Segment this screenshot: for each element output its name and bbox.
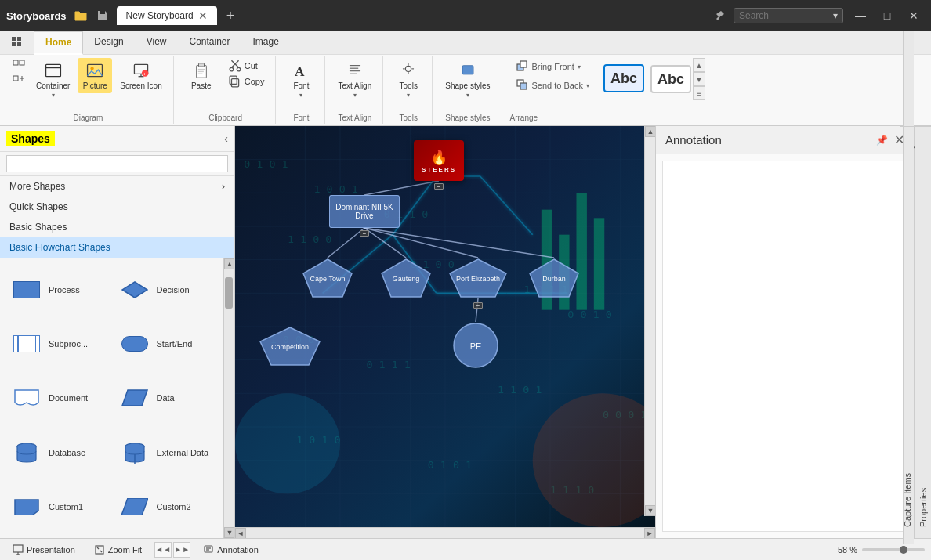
paste-icon bbox=[192, 61, 211, 80]
nav-next-btn[interactable]: ►► bbox=[173, 542, 190, 558]
close-btn[interactable]: ✕ bbox=[903, 7, 925, 24]
tab-home[interactable]: Home bbox=[34, 31, 83, 55]
diagram-group: Container ▾ Picture + Screen Icon Diagra… bbox=[3, 56, 174, 124]
export-btn[interactable] bbox=[9, 74, 28, 89]
shape-custom1[interactable]: Custom1 bbox=[6, 482, 110, 532]
tab-view[interactable]: View bbox=[136, 31, 179, 54]
steers-node[interactable]: 🔥 STEERS bbox=[414, 140, 464, 181]
pin-icon[interactable] bbox=[712, 8, 727, 23]
shape-custom2[interactable]: Custom2 bbox=[114, 482, 218, 532]
insert-btn[interactable] bbox=[9, 58, 28, 74]
capetown-node[interactable]: Cape Town bbox=[302, 258, 353, 298]
dominant-node[interactable]: Dominant NII 5K Drive bbox=[329, 195, 400, 228]
copy-btn[interactable]: Copy bbox=[224, 74, 270, 89]
scroll-thumb[interactable] bbox=[225, 277, 233, 309]
shapestyles-btn[interactable]: Shape styles ▾ bbox=[440, 58, 494, 102]
shape-decision[interactable]: Decision bbox=[114, 265, 218, 314]
portelizabeth-node[interactable]: Port Elizabeth bbox=[448, 258, 508, 298]
shapes-collapse-btn[interactable]: ‹ bbox=[224, 132, 228, 145]
cut-btn[interactable]: Cut bbox=[224, 58, 270, 74]
copy-label: Copy bbox=[245, 77, 265, 86]
tab-selector-icon[interactable] bbox=[0, 31, 34, 54]
send-back-btn[interactable]: Send to Back ▾ bbox=[510, 77, 596, 94]
maximize-btn[interactable]: □ bbox=[876, 7, 898, 24]
new-tab-btn[interactable]: + bbox=[226, 8, 235, 24]
bring-front-btn[interactable]: Bring Front ▾ bbox=[510, 58, 596, 75]
tab-image[interactable]: Image bbox=[242, 31, 291, 54]
screen-icon-btn[interactable]: + Screen Icon bbox=[115, 58, 166, 93]
pe-group-collapse-handle[interactable]: − bbox=[473, 302, 483, 309]
zoom-thumb[interactable] bbox=[900, 546, 907, 554]
open-folder-icon[interactable] bbox=[73, 8, 89, 23]
search-input[interactable] bbox=[739, 10, 833, 21]
save-icon[interactable] bbox=[95, 8, 110, 23]
presentation-tab[interactable]: Presentation bbox=[6, 542, 82, 558]
durban-node[interactable]: Durban bbox=[528, 258, 580, 298]
canvas-scrollbar-h[interactable]: ◄ ► bbox=[235, 527, 655, 538]
style-btn-2[interactable]: Abc bbox=[650, 65, 691, 93]
zoom-slider[interactable] bbox=[862, 548, 925, 551]
paste-btn[interactable]: Paste bbox=[182, 58, 221, 93]
shapes-search-input[interactable] bbox=[6, 155, 228, 172]
nav-quick-shapes[interactable]: Quick Shapes bbox=[0, 197, 234, 217]
pe-node[interactable]: PE bbox=[452, 322, 499, 369]
steers-collapse-handle[interactable]: − bbox=[434, 183, 444, 190]
nav-basic-shapes[interactable]: Basic Shapes bbox=[0, 217, 234, 237]
canvas-scrollbar-v[interactable]: ▲ ▼ bbox=[644, 126, 655, 516]
tab-container[interactable]: Container bbox=[179, 31, 242, 54]
canvas-scroll-right[interactable]: ► bbox=[644, 528, 655, 539]
shape-data[interactable]: Data bbox=[114, 374, 218, 423]
search-dropdown[interactable]: ▾ bbox=[833, 10, 838, 21]
arrange-buttons: Bring Front ▾ Send to Back ▾ bbox=[510, 58, 596, 107]
nav-more-shapes-label: More Shapes bbox=[9, 181, 65, 192]
gauteng-node[interactable]: Gauteng bbox=[380, 258, 432, 298]
nav-flowchart-shapes[interactable]: Basic Flowchart Shapes bbox=[0, 237, 234, 258]
search-box[interactable]: ▾ bbox=[734, 8, 843, 23]
styles-more-arrow[interactable]: ≡ bbox=[693, 86, 705, 100]
canvas-scroll-up[interactable]: ▲ bbox=[645, 126, 655, 137]
picture-btn[interactable]: Picture bbox=[78, 58, 112, 93]
tab-design[interactable]: Design bbox=[83, 31, 135, 54]
tools-btn[interactable]: Tools ▾ bbox=[391, 58, 426, 102]
font-btn[interactable]: A Font ▾ bbox=[284, 58, 318, 102]
capture-items-tab[interactable]: Capture Items bbox=[900, 126, 915, 538]
font-group-content: A Font ▾ bbox=[284, 58, 318, 122]
tab-close-btn[interactable]: ✕ bbox=[198, 9, 208, 22]
active-tab[interactable]: New Storyboard ✕ bbox=[117, 6, 217, 25]
container-btn[interactable]: Container ▾ bbox=[31, 58, 74, 102]
annotation-tab[interactable]: Annotation bbox=[197, 542, 265, 558]
nav-prev-btn[interactable]: ◄◄ bbox=[154, 542, 172, 558]
styles-down-arrow[interactable]: ▼ bbox=[693, 72, 705, 86]
send-back-label: Send to Back bbox=[532, 81, 583, 90]
style-btn-1[interactable]: Abc bbox=[603, 64, 644, 92]
ribbon-tab-bar: Home Design View Container Image bbox=[0, 31, 931, 55]
scroll-down-btn[interactable]: ▼ bbox=[224, 527, 234, 538]
font-icon: A bbox=[292, 61, 310, 80]
scroll-up-btn[interactable]: ▲ bbox=[224, 258, 234, 269]
canvas-wrapper[interactable]: 0 1 0 11 0 0 1 0 1 1 01 1 0 0 0 1 0 01 0… bbox=[235, 126, 655, 527]
zoom-fit-tab[interactable]: Zoom Fit bbox=[88, 542, 148, 558]
shapes-grid-wrapper: Process Decision bbox=[0, 258, 234, 538]
textalign-group-label: Text Align bbox=[338, 114, 371, 122]
shape-subprocess[interactable]: Subproc... bbox=[6, 319, 110, 368]
more-shapes-arrow: › bbox=[222, 181, 225, 192]
annotation-icon bbox=[203, 544, 214, 555]
minimize-btn[interactable]: — bbox=[849, 7, 871, 24]
shape-startend[interactable]: Start/End bbox=[114, 319, 218, 368]
shape-process[interactable]: Process bbox=[6, 265, 110, 314]
properties-tab[interactable]: Properties bbox=[915, 126, 931, 538]
shape-database[interactable]: Database bbox=[6, 428, 110, 477]
canvas-scroll-left[interactable]: ◄ bbox=[235, 528, 246, 539]
shapes-panel-scrollbar[interactable]: ▲ ▼ bbox=[223, 258, 234, 538]
annotation-body[interactable] bbox=[662, 161, 907, 532]
textalign-group-content: Text Align ▾ bbox=[333, 58, 376, 122]
shape-extdata[interactable]: External Data bbox=[114, 428, 218, 477]
textalign-btn[interactable]: Text Align ▾ bbox=[333, 58, 376, 102]
canvas-scroll-down[interactable]: ▼ bbox=[645, 505, 655, 516]
dominant-collapse-handle[interactable]: − bbox=[360, 230, 369, 237]
annotation-pin-btn[interactable]: 📌 bbox=[876, 135, 888, 146]
competition-node[interactable]: Competition bbox=[259, 326, 321, 367]
shape-document[interactable]: Document bbox=[6, 374, 110, 423]
nav-more-shapes[interactable]: More Shapes › bbox=[0, 176, 234, 197]
styles-up-arrow[interactable]: ▲ bbox=[693, 58, 705, 72]
